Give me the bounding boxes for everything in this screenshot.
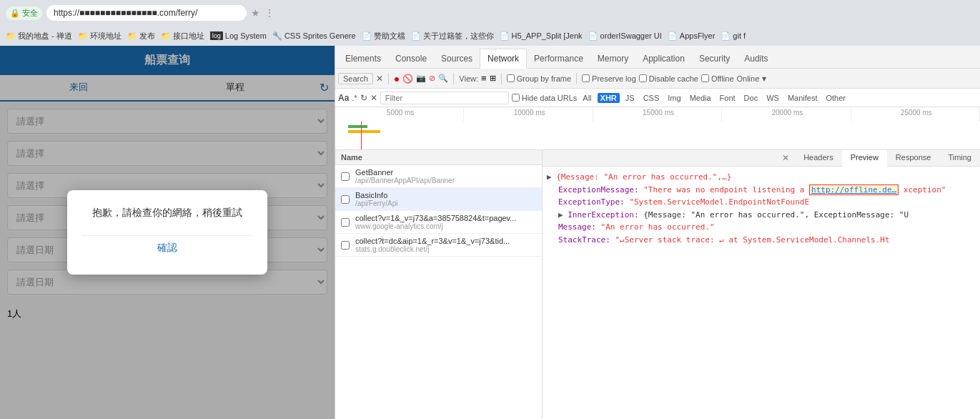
record-button[interactable]: ● — [394, 73, 400, 84]
json-value: "System.ServiceModel.EndpointNotFoundE — [629, 197, 809, 207]
tab-console[interactable]: Console — [388, 49, 434, 68]
tab-security[interactable]: Security — [692, 49, 737, 68]
tab-timing[interactable]: Timing — [939, 150, 980, 166]
tab-response[interactable]: Response — [887, 150, 940, 166]
more-button[interactable]: ▾ — [762, 74, 766, 84]
hide-data-urls-input[interactable] — [512, 94, 520, 102]
expand-arrow[interactable]: ▶ — [547, 172, 552, 182]
file-checkbox[interactable] — [341, 172, 350, 181]
search-icon[interactable]: 🔍 — [438, 74, 448, 83]
file-item[interactable]: GetBanner /api//BannerAppAPI/api/Banner — [335, 165, 542, 188]
json-inner-exception: ▶ InnerException: {Message: "An error ha… — [547, 210, 976, 222]
disable-cache-input[interactable] — [639, 74, 647, 82]
file-path: /api//BannerAppAPI/api/Banner — [355, 177, 455, 184]
regex-button[interactable]: .* — [352, 94, 357, 102]
file-item[interactable]: collect?v=1&_v=j73&a=385758824&t=pagev..… — [335, 211, 542, 234]
bookmark-item[interactable]: 📄 orderISwagger UI — [588, 31, 662, 41]
hide-data-urls-checkbox[interactable]: Hide data URLs — [512, 94, 578, 102]
group-by-checkbox[interactable]: Group by frame — [507, 74, 571, 83]
refresh-small-icon[interactable]: ↻ — [360, 93, 367, 103]
doc-filter-button[interactable]: Doc — [741, 93, 761, 103]
bookmark-item[interactable]: 📁 环境地址 — [78, 31, 122, 41]
js-filter-button[interactable]: JS — [623, 93, 638, 103]
group-by-label: Group by frame — [517, 74, 571, 83]
file-item[interactable]: collect?t=dc&aip=1&_r=3&v=1&_v=j73&tid..… — [335, 234, 542, 257]
tab-elements[interactable]: Elements — [338, 49, 388, 68]
bookmark-item[interactable]: 🔧 CSS Sprites Genere — [272, 31, 356, 41]
font-filter-button[interactable]: Font — [717, 93, 738, 103]
tab-audits[interactable]: Audits — [737, 49, 775, 68]
json-link[interactable]: http://offline.de… — [809, 184, 899, 195]
aa-button[interactable]: Aa — [338, 93, 349, 103]
file-name: GetBanner — [355, 168, 455, 177]
json-stacktrace: StackTrace: "↵Server stack trace: ↵ at S… — [547, 235, 976, 247]
devtools-panel: Elements Console Sources Network Perform… — [335, 46, 980, 419]
file-item-basicinfo[interactable]: BasicInfo /api/Ferry/Api — [335, 188, 542, 211]
file-name: collect?v=1&_v=j73&a=385758824&t=pagev..… — [355, 214, 516, 222]
bookmark-item[interactable]: 📄 H5_APP_Split [Jenk — [500, 31, 583, 41]
bookmark-item[interactable]: 📄 关于过籍签，这些你 — [411, 31, 494, 41]
tab-application[interactable]: Application — [635, 49, 692, 68]
css-filter-button[interactable]: CSS — [640, 93, 663, 103]
timeline-mark: 20000 ms — [722, 107, 851, 122]
timeline-content — [335, 122, 980, 149]
timeline-mark: 25000 ms — [851, 107, 980, 122]
xhr-filter-button[interactable]: XHR — [598, 93, 620, 103]
disable-cache-checkbox[interactable]: Disable cache — [639, 74, 698, 83]
bookmark-item[interactable]: 📄 AppsFlyer — [668, 31, 716, 41]
timeline: 5000 ms 10000 ms 15000 ms 20000 ms 25000… — [335, 107, 980, 150]
offline-checkbox[interactable]: Offline — [701, 74, 734, 83]
file-checkbox[interactable] — [341, 241, 350, 250]
doc-icon: 📄 — [668, 31, 678, 41]
filter-icon[interactable]: ⊘ — [429, 74, 435, 83]
file-checkbox[interactable] — [341, 195, 350, 204]
search-label[interactable]: Search — [338, 73, 373, 84]
all-filter-button[interactable]: All — [580, 93, 594, 103]
bookmark-item[interactable]: 📁 发布 — [127, 31, 155, 41]
grid-view-icon[interactable]: ⊞ — [490, 74, 496, 83]
preserve-log-input[interactable] — [582, 74, 590, 82]
file-checkbox[interactable] — [341, 218, 350, 227]
bookmark-item[interactable]: 📄 赞助文檔 — [362, 31, 405, 41]
img-filter-button[interactable]: Img — [665, 93, 683, 103]
group-by-input[interactable] — [507, 74, 515, 82]
url-bar[interactable]: https://■■■■■■■■■■■■■■■.com/ferry/ — [46, 5, 247, 21]
file-info: collect?v=1&_v=j73&a=385758824&t=pagev..… — [355, 214, 516, 230]
tab-performance[interactable]: Performance — [527, 49, 590, 68]
media-filter-button[interactable]: Media — [687, 93, 714, 103]
json-root-text: {Message: "An error has occurred.",…} — [556, 172, 731, 182]
filter-input[interactable] — [380, 92, 509, 104]
camera-icon[interactable]: 📷 — [416, 74, 426, 83]
bookmark-item[interactable]: 📁 接口地址 — [161, 31, 204, 41]
manifest-filter-button[interactable]: Manifest — [785, 93, 821, 103]
timeline-bar-1 — [348, 125, 367, 128]
json-after: xception" — [904, 185, 946, 194]
doc-icon: 📄 — [411, 31, 421, 41]
other-filter-button[interactable]: Other — [823, 93, 848, 103]
offline-input[interactable] — [701, 74, 709, 82]
list-view-icon[interactable]: ≡ — [481, 73, 487, 84]
ws-filter-button[interactable]: WS — [763, 93, 782, 103]
tab-headers[interactable]: Headers — [795, 150, 842, 166]
close-small-icon[interactable]: ✕ — [370, 93, 377, 103]
tab-preview[interactable]: Preview — [842, 150, 887, 167]
preserve-log-checkbox[interactable]: Preserve log — [582, 74, 636, 83]
offline-label: Offline — [711, 74, 734, 83]
star-icon[interactable]: ★ — [251, 7, 260, 19]
tab-memory[interactable]: Memory — [590, 49, 635, 68]
bookmark-item[interactable]: log Log System — [210, 31, 267, 40]
tab-network[interactable]: Network — [480, 49, 527, 69]
menu-icon[interactable]: ⋮ — [264, 7, 274, 19]
json-value: "↵Server stack trace: ↵ at System.Servic… — [615, 235, 889, 245]
detail-close-button[interactable]: ✕ — [776, 150, 795, 166]
clear-icon[interactable]: 🚫 — [402, 74, 413, 84]
search-close-icon[interactable]: ✕ — [376, 74, 383, 84]
bookmark-item[interactable]: 📁 我的地盘 - 禅道 — [6, 31, 72, 41]
separator — [501, 73, 502, 84]
modal-confirm-button[interactable]: 確認 — [81, 235, 253, 260]
bookmark-item[interactable]: 📄 git f — [721, 31, 746, 41]
expand-arrow[interactable]: ▶ — [558, 210, 563, 220]
modal-overlay: 抱歉，請檢查你的網絡，稍後重試 確認 — [0, 46, 335, 419]
json-message: Message: "An error has occurred." — [547, 222, 976, 234]
tab-sources[interactable]: Sources — [434, 49, 480, 68]
